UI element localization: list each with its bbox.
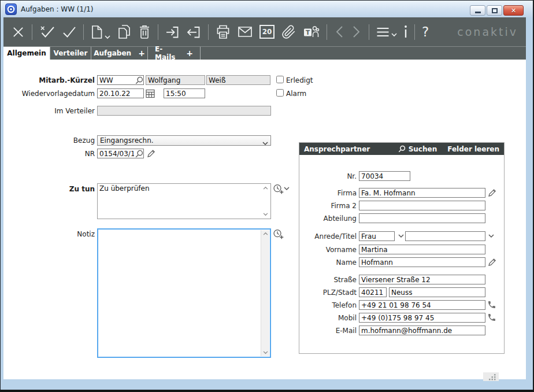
accept-close-icon[interactable]: [39, 25, 55, 39]
titel-input[interactable]: [405, 231, 485, 241]
resize-grip[interactable]: [483, 372, 499, 381]
toolbar-separator: [158, 24, 158, 40]
minimize-button[interactable]: [470, 5, 485, 16]
info-icon[interactable]: [404, 25, 407, 39]
delete-record-icon[interactable]: [138, 25, 151, 39]
edit-pencil-icon[interactable]: [488, 258, 496, 267]
strasse-input[interactable]: [359, 275, 485, 284]
datum-input[interactable]: [97, 88, 144, 98]
scroll-up-icon: [263, 186, 268, 190]
cancel-icon[interactable]: [12, 25, 25, 39]
nr-label: NR: [6, 150, 95, 158]
search-icon[interactable]: [135, 76, 143, 84]
notiz-textarea[interactable]: [97, 228, 271, 358]
toolbar-separator: [327, 24, 327, 40]
edit-pencil-icon[interactable]: [488, 188, 496, 197]
firma-input[interactable]: [359, 188, 485, 198]
tab-verteiler[interactable]: Verteiler: [50, 47, 91, 60]
partner-vorname-input[interactable]: [359, 245, 485, 254]
tab-add-icon[interactable]: +: [138, 49, 145, 58]
anrede-input[interactable]: [359, 231, 395, 241]
partner-name-input[interactable]: [359, 257, 485, 267]
notiz-scrollbar[interactable]: [261, 230, 269, 356]
alarm-checkbox[interactable]: [276, 89, 284, 97]
svg-text:T: T: [306, 29, 310, 36]
edit-pencil-icon[interactable]: [147, 149, 155, 158]
app-icon[interactable]: [5, 3, 17, 15]
tab-emails[interactable]: E-Mails+: [148, 47, 201, 60]
tab-aufgaben[interactable]: Aufgaben+: [91, 47, 148, 60]
suchen-button[interactable]: Suchen: [398, 145, 437, 153]
zu-tun-scrollbar[interactable]: [261, 184, 270, 218]
notiz-label: Notiz: [6, 230, 95, 238]
chevron-down-icon[interactable]: [284, 187, 290, 191]
mitarb-vorname-field: [146, 75, 205, 85]
maximize-button[interactable]: [487, 5, 502, 16]
chevron-down-icon: [262, 139, 268, 147]
calendar-day-number: 20: [262, 28, 272, 36]
app-window: Aufgaben : WW (1/1) ✕: [0, 0, 534, 392]
attachment-icon[interactable]: [281, 25, 296, 39]
plz-input[interactable]: [359, 287, 387, 297]
tab-label: E-Mails: [155, 45, 179, 61]
calendar-picker-icon[interactable]: [146, 89, 155, 98]
phone-icon[interactable]: [487, 313, 496, 322]
partner-name-label: Name: [304, 258, 357, 267]
zeit-input[interactable]: [164, 88, 205, 98]
accept-icon[interactable]: [62, 25, 76, 39]
clock-add-icon[interactable]: [273, 229, 284, 239]
abteilung-input[interactable]: [359, 213, 485, 223]
bezug-label: Bezug: [6, 136, 95, 145]
menu-icon[interactable]: [376, 27, 397, 37]
window-controls: ✕: [470, 5, 524, 16]
zu-tun-textarea[interactable]: Zu überprüfen: [97, 183, 271, 219]
bezug-select[interactable]: Eingangsrechn.: [97, 135, 271, 146]
brand-logo: conaktiv: [457, 25, 518, 38]
calendar-icon[interactable]: 20: [259, 25, 275, 39]
clock-add-icon[interactable]: [273, 184, 284, 194]
suchen-label: Suchen: [409, 145, 437, 153]
navigate-into-icon[interactable]: [165, 25, 180, 39]
partner-nr-input[interactable]: [359, 171, 410, 181]
firma2-label: Firma 2: [304, 202, 357, 210]
print-icon[interactable]: [216, 24, 231, 39]
new-record-icon[interactable]: [91, 25, 110, 39]
next-record-icon[interactable]: [351, 25, 362, 39]
firma2-input[interactable]: [359, 201, 485, 210]
stadt-input[interactable]: [389, 287, 485, 297]
tab-allgemein[interactable]: Allgemein: [3, 47, 50, 60]
ms-teams-icon[interactable]: T: [303, 25, 320, 39]
toolbar-separator: [369, 24, 369, 40]
search-icon[interactable]: [135, 150, 143, 158]
window-border: [0, 390, 534, 392]
mobil-input[interactable]: [359, 313, 485, 323]
chevron-down-icon: [105, 35, 110, 39]
navigate-out-icon[interactable]: [187, 25, 201, 39]
chevron-down-icon[interactable]: [488, 234, 494, 238]
scroll-down-icon: [263, 351, 268, 354]
mitarb-nachname-field: [206, 75, 270, 85]
help-icon[interactable]: ?: [422, 25, 429, 39]
toolbar-separator: [83, 24, 84, 40]
mitarb-label: Mitarb.-Kürzel: [6, 76, 95, 84]
close-icon: ✕: [511, 7, 516, 14]
phone-icon[interactable]: [487, 300, 496, 309]
duplicate-record-icon[interactable]: [117, 24, 131, 39]
window-title: Aufgaben : WW (1/1): [21, 5, 94, 13]
ansprechpartner-panel: Ansprechpartner Suchen Felder leeren Nr.…: [299, 142, 505, 354]
minimize-icon: [475, 12, 481, 13]
email-icon[interactable]: [238, 26, 253, 38]
telefon-input[interactable]: [359, 300, 485, 310]
chevron-down-icon[interactable]: [398, 234, 404, 238]
previous-record-icon[interactable]: [334, 25, 344, 39]
email-label: E-Mail: [304, 327, 357, 335]
erledigt-checkbox[interactable]: [276, 76, 284, 83]
tab-add-icon[interactable]: +: [186, 49, 193, 58]
window-border: [0, 0, 1, 392]
toolbar-separator: [208, 24, 209, 40]
mobil-label: Mobil: [304, 314, 357, 322]
im-verteiler-label: Im Verteiler: [6, 107, 95, 115]
email-input[interactable]: [359, 326, 485, 335]
close-button[interactable]: ✕: [503, 5, 524, 16]
felder-leeren-button[interactable]: Felder leeren: [447, 145, 499, 153]
